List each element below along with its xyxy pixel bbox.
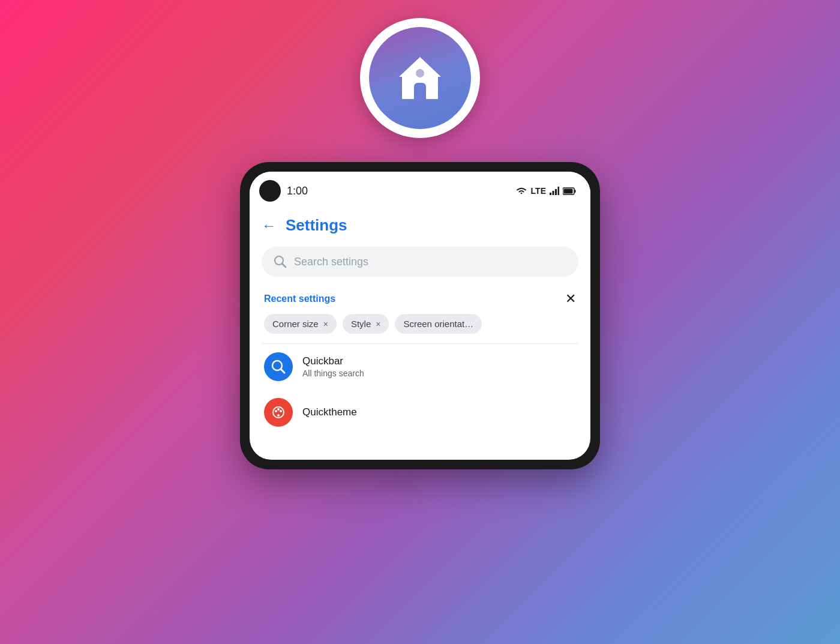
- app-content: ← Settings Search settings Recent: [250, 206, 590, 435]
- chips-container: Corner size × Style × Screen orientat…: [250, 314, 590, 343]
- phone-screen: 1:00 LTE: [250, 172, 590, 460]
- list-item-quicktheme[interactable]: Quicktheme: [250, 390, 590, 435]
- status-left: 1:00: [259, 180, 308, 202]
- home-icon: [390, 48, 450, 108]
- svg-line-11: [281, 370, 285, 373]
- quickbar-title: Quickbar: [302, 355, 364, 367]
- wifi-icon: [515, 186, 527, 196]
- chip-style[interactable]: Style ×: [343, 314, 389, 334]
- svg-point-13: [275, 410, 277, 412]
- content-wrapper: 1:00 LTE: [0, 0, 840, 644]
- quicktheme-title: Quicktheme: [302, 406, 357, 418]
- search-bar-container: Search settings: [250, 242, 590, 286]
- svg-rect-2: [553, 191, 554, 195]
- chip-corner-size-label: Corner size: [272, 319, 319, 329]
- chip-style-close[interactable]: ×: [376, 319, 380, 329]
- app-icon-container: [360, 18, 480, 138]
- lte-label: LTE: [531, 186, 546, 196]
- svg-point-0: [416, 69, 424, 77]
- svg-rect-1: [550, 193, 551, 195]
- chip-screen-orientation-label: Screen orientat…: [403, 319, 473, 329]
- svg-line-9: [283, 264, 286, 268]
- search-placeholder: Search settings: [294, 256, 368, 268]
- status-bar: 1:00 LTE: [250, 172, 590, 206]
- quickbar-icon: [264, 352, 293, 381]
- svg-rect-6: [564, 188, 573, 193]
- quickbar-text: Quickbar All things search: [302, 355, 364, 378]
- battery-icon: [563, 187, 576, 195]
- svg-point-15: [280, 410, 282, 412]
- settings-title: Settings: [286, 216, 347, 235]
- camera-dot: [259, 180, 281, 202]
- chip-corner-size[interactable]: Corner size ×: [264, 314, 337, 334]
- svg-rect-4: [558, 187, 560, 195]
- quicktheme-text: Quicktheme: [302, 406, 357, 418]
- chip-corner-size-close[interactable]: ×: [323, 319, 328, 329]
- svg-point-16: [277, 414, 280, 417]
- search-bar[interactable]: Search settings: [262, 247, 578, 277]
- palette-icon: [270, 404, 287, 421]
- close-recent-button[interactable]: ✕: [565, 291, 576, 307]
- search-icon: [274, 255, 287, 268]
- chip-screen-orientation[interactable]: Screen orientat…: [395, 314, 482, 334]
- back-button[interactable]: ←: [262, 217, 276, 234]
- svg-rect-3: [555, 189, 557, 195]
- svg-rect-7: [575, 190, 576, 193]
- phone-mockup: 1:00 LTE: [240, 162, 600, 469]
- quickbar-subtitle: All things search: [302, 369, 364, 378]
- recent-settings-title: Recent settings: [264, 293, 335, 304]
- search-blue-icon: [270, 358, 287, 375]
- chip-style-label: Style: [351, 319, 371, 329]
- list-item-quickbar[interactable]: Quickbar All things search: [250, 344, 590, 390]
- signal-icon: [550, 187, 559, 195]
- settings-header: ← Settings: [250, 206, 590, 242]
- status-time: 1:00: [287, 185, 308, 197]
- app-icon-inner: [369, 27, 471, 129]
- svg-point-14: [277, 408, 280, 411]
- recent-settings-header: Recent settings ✕: [250, 286, 590, 314]
- quicktheme-icon: [264, 398, 293, 427]
- status-right: LTE: [515, 186, 576, 196]
